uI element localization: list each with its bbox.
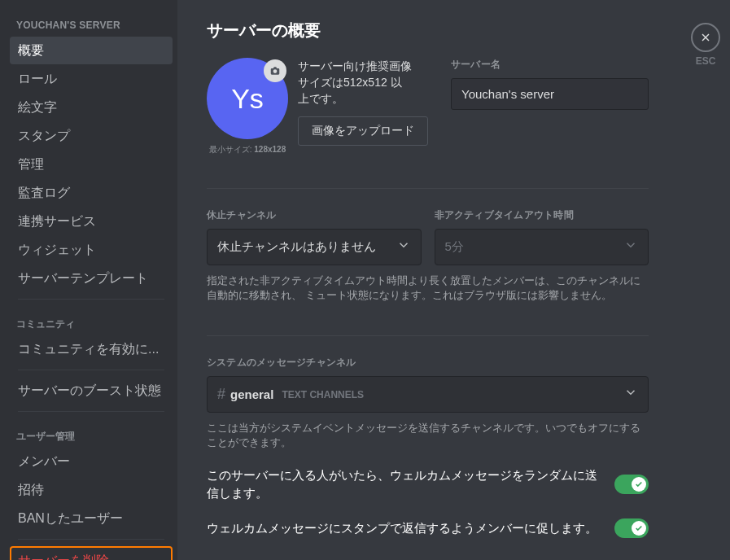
sticker-reply-toggle-label: ウェルカムメッセージにスタンプで返信するようメンバーに促します。 [207, 519, 598, 537]
check-icon [635, 524, 643, 532]
sidebar-divider [18, 299, 164, 300]
section-divider [207, 335, 649, 336]
avatar-initials: Ys [231, 83, 264, 115]
upload-image-button[interactable]: 画像をアップロード [298, 116, 428, 146]
sidebar-item-bans[interactable]: BANしたユーザー [10, 505, 173, 532]
sidebar-item-overview[interactable]: 概要 [10, 37, 173, 64]
upload-image-icon [269, 65, 281, 77]
sidebar-server-header: YOUCHAN'S SERVER [10, 16, 173, 36]
afk-channel-select[interactable]: 休止チャンネルはありません [207, 229, 422, 265]
sidebar-item-invites[interactable]: 招待 [10, 476, 173, 504]
afk-timeout-value: 5分 [445, 239, 464, 255]
sidebar-item-stickers[interactable]: スタンプ [10, 122, 173, 150]
close-button[interactable] [691, 23, 720, 52]
sidebar-item-boost-status[interactable]: サーバーのブースト状態 [10, 377, 173, 405]
sticker-reply-toggle[interactable] [614, 518, 649, 538]
close-icon [699, 31, 712, 44]
afk-channel-value: 休止チャンネルはありません [217, 239, 376, 255]
afk-help-text: 指定された非アクティブタイムアウト時間より長く放置したメンバーは、このチャンネル… [207, 273, 649, 303]
sidebar-item-integrations[interactable]: 連携サービス [10, 208, 173, 235]
afk-timeout-label: 非アクティブタイムアウト時間 [435, 208, 649, 222]
sidebar-item-enable-community[interactable]: コミュニティを有効に... [10, 335, 173, 363]
system-channel-select[interactable]: # general TEXT CHANNELS [207, 376, 649, 413]
sidebar-divider [18, 411, 164, 412]
sidebar-divider [18, 370, 164, 370]
sidebar-item-delete-server[interactable]: サーバーを削除 [10, 546, 173, 560]
sidebar-item-members[interactable]: メンバー [10, 448, 173, 475]
sidebar-item-audit-log[interactable]: 監査ログ [10, 179, 173, 207]
afk-timeout-select[interactable]: 5分 [435, 229, 649, 265]
avatar-size-hint: 最小サイズ: 128x128 [207, 144, 288, 155]
esc-label: ESC [681, 55, 730, 67]
sidebar-item-template[interactable]: サーバーテンプレート [10, 265, 173, 292]
toggle-knob [632, 521, 646, 536]
server-name-input[interactable] [451, 78, 649, 110]
chevron-down-icon [396, 238, 411, 256]
welcome-message-toggle-label: このサーバーに入る人がいたら、ウェルカムメッセージをランダムに送信します。 [207, 466, 598, 502]
settings-content: サーバーの概要 Ys 最小サイズ: 128x128 サーバー向け推奨画像サイズは… [177, 0, 681, 560]
system-channel-category: TEXT CHANNELS [282, 389, 364, 400]
chevron-down-icon [623, 238, 638, 256]
welcome-message-toggle[interactable] [614, 475, 649, 494]
sidebar-cat-community: コミュニティ [10, 306, 173, 335]
toggle-knob [632, 477, 646, 492]
sidebar-item-moderation[interactable]: 管理 [10, 151, 173, 178]
server-name-label: サーバー名 [451, 58, 649, 72]
settings-sidebar: YOUCHAN'S SERVER 概要 ロール 絵文字 スタンプ 管理 監査ログ… [0, 0, 177, 560]
afk-channel-label: 休止チャンネル [207, 208, 422, 222]
check-icon [635, 480, 643, 488]
sidebar-divider [18, 539, 164, 540]
server-avatar[interactable]: Ys [207, 58, 288, 139]
sidebar-item-widget[interactable]: ウィジェット [10, 236, 173, 264]
chevron-down-icon [623, 385, 638, 404]
sidebar-cat-users: ユーザー管理 [10, 418, 173, 447]
page-title: サーバーの概要 [207, 20, 649, 42]
sidebar-item-emoji[interactable]: 絵文字 [10, 94, 173, 121]
close-column: ESC [681, 0, 730, 560]
section-divider [207, 188, 649, 189]
system-channel-help-text: ここは当方がシステムイベントメッセージを送信するチャンネルです。いつでもオフにす… [207, 421, 649, 450]
avatar-edit-badge[interactable] [264, 59, 286, 82]
hash-icon: # [217, 386, 225, 403]
sidebar-item-roles[interactable]: ロール [10, 65, 173, 93]
system-channel-name: general [230, 387, 273, 401]
system-channel-label: システムのメッセージチャンネル [207, 356, 649, 370]
avatar-recommendation-text: サーバー向け推奨画像サイズは512x512 以上です。 [298, 58, 412, 107]
